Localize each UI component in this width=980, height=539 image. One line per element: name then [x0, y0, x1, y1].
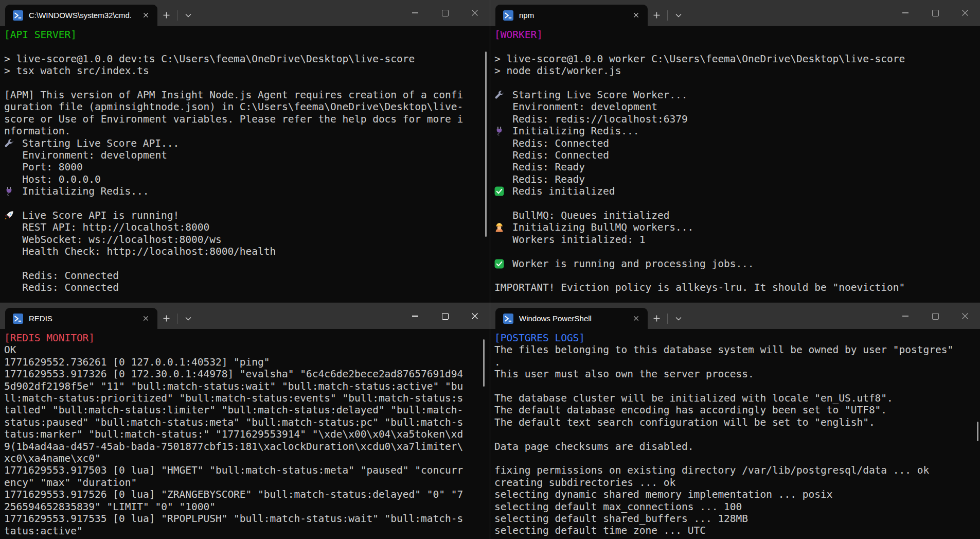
terminal-line-text: ency" "max" "duration"	[4, 477, 137, 489]
terminal-line-text: fixing permissions on existing directory…	[494, 464, 929, 476]
powershell-icon	[13, 314, 23, 324]
terminal-content[interactable]: [API SERVER]> live-score@1.0.0 dev:ts C:…	[0, 26, 490, 303]
terminal-window-api-server: C:\WINDOWS\system32\cmd. [API SERVER]> l…	[0, 0, 490, 303]
terminal-line-text: Initializing BullMQ workers...	[512, 221, 693, 233]
terminal-line-text: creating subdirectories ... ok	[494, 477, 675, 489]
terminal-line: Redis: redis://localhost:6379	[494, 113, 980, 125]
terminal-line-text: IMPORTANT! Eviction policy is allkeys-lr…	[494, 282, 905, 293]
wrench-icon	[494, 90, 507, 100]
terminal-line: tatus:marker" "bull:match-status:" "1771…	[4, 428, 490, 440]
terminal-line-text: ll:match-status:prioritized" "bull:match…	[4, 392, 463, 404]
terminal-line-text: 1771629553.917326 [0 172.30.0.1:44978] "…	[4, 368, 463, 380]
terminal-line-text: [POSTGRES LOGS]	[494, 332, 585, 344]
tab-dropdown-button[interactable]	[180, 308, 197, 329]
tab-bar: REDIS	[0, 303, 490, 329]
tab-dropdown-button[interactable]	[670, 308, 687, 329]
terminal-line-text: .	[494, 356, 501, 368]
terminal-line: score or Use of Environment variables. P…	[4, 113, 490, 125]
close-button[interactable]	[460, 303, 490, 329]
terminal-line-text: > node dist/worker.js	[494, 65, 621, 77]
terminal-line: Port: 8000	[4, 161, 490, 173]
tab-title: Windows PowerShell	[519, 314, 625, 324]
maximize-button[interactable]	[920, 0, 950, 26]
tab-dropdown-button[interactable]	[180, 5, 197, 26]
terminal-line-text: Port: 8000	[4, 161, 83, 173]
maximize-button[interactable]	[430, 303, 460, 329]
tab-close-icon[interactable]	[140, 313, 151, 324]
terminal-line-text: Data page checksums are disabled.	[494, 441, 693, 453]
worker-icon	[494, 222, 507, 232]
new-tab-button[interactable]	[157, 308, 175, 329]
terminal-line-text: Redis: Ready	[494, 173, 585, 185]
terminal-line-text: status:paused" "bull:match-status:meta" …	[4, 416, 463, 428]
terminal-window-postgres: Windows PowerShell [POSTGRES LOGS]The fi…	[490, 303, 980, 539]
terminal-line-text: Starting Live Score API...	[22, 137, 179, 149]
scrollbar[interactable]	[485, 51, 487, 237]
terminal-content[interactable]: [REDIS MONITOR]OK1771629552.736261 [0 12…	[0, 329, 490, 539]
maximize-button[interactable]	[430, 0, 460, 26]
tab-title: C:\WINDOWS\system32\cmd.	[29, 10, 134, 21]
wrench-icon	[4, 138, 16, 148]
terminal-line: IMPORTANT! Eviction policy is allkeys-lr…	[494, 282, 980, 293]
terminal-line-text: Redis: redis://localhost:6379	[494, 113, 688, 125]
tab-npm[interactable]: npm	[495, 5, 648, 26]
terminal-content[interactable]: [POSTGRES LOGS]The files belonging to th…	[490, 329, 980, 539]
tab-title: npm	[519, 10, 625, 21]
terminal-line-text: Environment: development	[4, 149, 167, 161]
terminal-line-text: 256594652835839" "LIMIT" "0" "1000"	[4, 501, 216, 513]
new-tab-button[interactable]	[648, 308, 665, 329]
tab-powershell[interactable]: Windows PowerShell	[495, 308, 648, 329]
minimize-button[interactable]	[890, 0, 920, 26]
scrollbar[interactable]	[977, 422, 978, 441]
terminal-line: 1771629553.917526 [0 lua] "ZRANGEBYSCORE…	[4, 489, 490, 500]
close-button[interactable]	[950, 0, 980, 26]
terminal-line: fixing permissions on existing directory…	[494, 464, 980, 476]
terminal-line: The files belonging to this database sys…	[494, 344, 980, 356]
terminal-line-text: > live-score@1.0.0 worker C:\Users\feema…	[494, 53, 905, 65]
terminal-line: [POSTGRES LOGS]	[494, 332, 980, 344]
close-button[interactable]	[460, 0, 490, 26]
terminal-line	[494, 246, 980, 257]
check-icon	[494, 186, 507, 196]
maximize-button[interactable]	[920, 303, 950, 329]
tab-dropdown-button[interactable]	[670, 5, 687, 26]
new-tab-button[interactable]	[157, 5, 175, 26]
terminal-line: Health Check: http://localhost:8000/heal…	[4, 246, 490, 257]
minimize-button[interactable]	[890, 303, 920, 329]
terminal-line: [APM] This version of APM Insight Node.j…	[4, 89, 490, 101]
terminal-line-text: [REDIS MONITOR]	[4, 332, 95, 344]
terminal-line: > node dist/worker.js	[494, 65, 980, 77]
tab-cmd[interactable]: C:\WINDOWS\system32\cmd.	[5, 5, 157, 26]
terminal-line-text: score or Use of Environment variables. P…	[4, 113, 463, 125]
terminal-line: Initializing Redis...	[494, 125, 980, 137]
terminal-line: 256594652835839" "LIMIT" "0" "1000"	[4, 501, 490, 513]
tab-close-icon[interactable]	[630, 313, 642, 324]
new-tab-button[interactable]	[648, 5, 665, 26]
terminal-line-text: Worker is running and processing jobs...	[512, 258, 754, 270]
tab-close-icon[interactable]	[140, 10, 151, 21]
tab-redis[interactable]: REDIS	[5, 308, 157, 329]
terminal-content[interactable]: [WORKER]> live-score@1.0.0 worker C:\Use…	[490, 26, 980, 303]
terminal-line: 5d902df2198f5e" "11" "bull:match-status:…	[4, 380, 490, 392]
check-icon	[494, 259, 507, 269]
minimize-button[interactable]	[400, 303, 430, 329]
terminal-line: OK	[4, 344, 490, 356]
terminal-line-text: The files belonging to this database sys…	[494, 344, 953, 356]
terminal-line: Host: 0.0.0.0	[4, 173, 490, 185]
terminal-line: Redis: Connected	[494, 137, 980, 149]
terminal-line	[4, 77, 490, 89]
scrollbar[interactable]	[483, 339, 485, 387]
powershell-icon	[503, 10, 513, 21]
terminal-line	[494, 380, 980, 392]
close-button[interactable]	[950, 303, 980, 329]
terminal-line-text: Redis: Connected	[494, 149, 609, 161]
terminal-line-text: 1771629553.917535 [0 lua] "RPOPLPUSH" "b…	[4, 513, 463, 525]
tab-title: REDIS	[29, 314, 134, 324]
terminal-line-text: [API SERVER]	[4, 29, 77, 41]
terminal-line-text: Workers initialized: 1	[494, 234, 646, 246]
terminal-line-text: > live-score@1.0.0 dev:ts C:\Users\feema…	[4, 53, 415, 65]
minimize-button[interactable]	[400, 0, 430, 26]
terminal-line: BullMQ: Queues initialized	[494, 210, 980, 221]
terminal-line: ll:match-status:prioritized" "bull:match…	[4, 392, 490, 404]
tab-close-icon[interactable]	[630, 10, 642, 21]
